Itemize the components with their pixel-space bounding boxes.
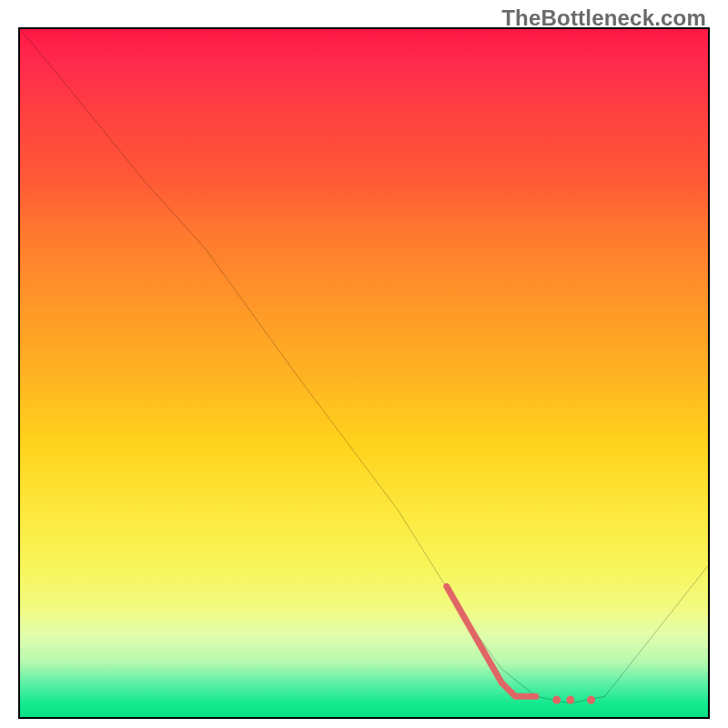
highlight-dot: [566, 696, 574, 704]
chart-container: TheBottleneck.com: [0, 0, 728, 728]
highlight-path: [447, 586, 536, 696]
curve-path: [20, 29, 708, 703]
plot-area: [18, 27, 710, 719]
highlight-dot: [587, 696, 595, 704]
highlight-dots-group: [552, 696, 595, 704]
highlight-dot: [552, 696, 561, 704]
plot-svg: [20, 29, 708, 717]
